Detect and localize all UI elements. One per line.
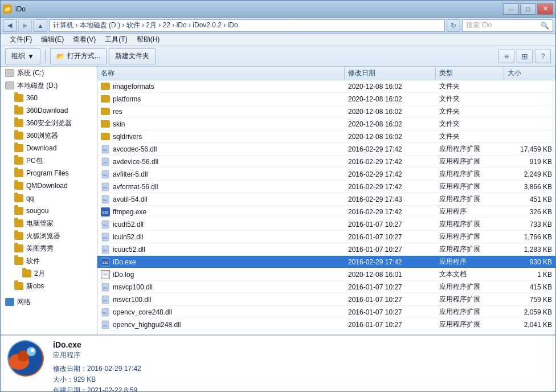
file-row[interactable]: iDo.log 2020-12-08 16:01 文本文档 1 KB [97,268,555,281]
sidebar-item-360browser2[interactable]: 360浏览器 [1,129,97,142]
search-bar[interactable]: 搜索 iDo 🔍 [462,19,553,32]
sidebar-item-computer-manager[interactable]: 电脑管家 [1,217,97,230]
close-button[interactable]: ✕ [537,3,553,15]
sidebar-item-feb[interactable]: 2月 [1,267,97,280]
status-bar: iDo.exe 应用程序 修改日期：2016-02-29 17:42 大小：92… [1,334,555,391]
file-type: 应用程序扩展 [439,194,480,204]
content-area: 系统 (C:) 本地磁盘 (D:) 360 360Download 360安全浏… [1,67,555,334]
organize-button[interactable]: 组织 ▼ [5,48,40,64]
help-button[interactable]: ? [535,50,551,63]
sidebar: 系统 (C:) 本地磁盘 (D:) 360 360Download 360安全浏… [1,67,97,334]
sidebar-item-system-c[interactable]: 系统 (C:) [1,67,97,79]
minimize-button[interactable]: — [503,3,519,15]
file-name: msvcp100.dll [113,283,153,291]
menu-edit[interactable]: 编辑(E) [36,34,68,46]
file-type-cell: 文件夹 [436,81,504,91]
file-name: icuuc52.dll [113,246,145,254]
up-button[interactable]: ▲ [34,19,47,32]
dll-icon: DLL [101,145,110,154]
file-row[interactable]: DLL opencv_highgui248.dll 2016-01-07 10:… [97,318,555,331]
sidebar-item-programfiles[interactable]: Program Files [1,167,97,179]
file-row[interactable]: DLL msvcp100.dll 2016-01-07 10:27 应用程序扩展… [97,281,555,293]
file-name-cell: DLL avdevice-56.dll [97,157,345,166]
sidebar-item-download[interactable]: Download [1,142,97,154]
maximize-button[interactable]: □ [520,3,536,15]
menu-tools[interactable]: 工具(T) [100,34,132,46]
file-row[interactable]: DLL avcodec-56.dll 2016-02-29 17:42 应用程序… [97,143,555,156]
address-bar: ◀ ▶ ▲ 计算机 › 本地磁盘 (D:) › 软件 › 2月 › 22 › i… [1,18,555,34]
breadcrumb[interactable]: 计算机 › 本地磁盘 (D:) › 软件 › 2月 › 22 › iDo › i… [49,19,445,32]
file-type: 文件夹 [439,81,460,91]
sidebar-label-pc: PC包 [26,156,43,166]
file-row[interactable]: sqldrivers 2020-12-08 16:02 文件夹 [97,130,555,143]
file-row[interactable]: EXE iDo.exe 2016-02-29 17:42 应用程序 930 KB [97,256,555,268]
status-modified-label: 修改日期： [53,365,87,373]
file-row[interactable]: DLL avfilter-5.dll 2016-02-29 17:42 应用程序… [97,168,555,181]
file-row[interactable]: DLL avutil-54.dll 2016-02-29 17:43 应用程序扩… [97,193,555,206]
open-with-icon: 📂 [56,52,65,60]
file-row[interactable]: DLL icudt52.dll 2016-01-07 10:27 应用程序扩展 … [97,218,555,231]
open-with-button[interactable]: 📂 打开方式... [50,48,107,64]
file-row[interactable]: DLL msvcr100.dll 2016-01-07 10:27 应用程序扩展… [97,293,555,306]
sidebar-item-software[interactable]: 软件 [1,255,97,267]
sidebar-item-qmdownload[interactable]: QMDownload [1,179,97,192]
header-modified[interactable]: 修改日期 [345,67,436,80]
file-row[interactable]: imageformats 2020-12-08 16:02 文件夹 [97,80,555,93]
sidebar-item-360download[interactable]: 360Download [1,104,97,117]
file-name: icuin52.dll [113,233,143,241]
file-list: 名称 修改日期 类型 大小 imageformats 2020-12-08 16… [97,67,555,334]
folder-icon [14,107,23,115]
forward-button[interactable]: ▶ [18,19,32,32]
back-button[interactable]: ◀ [3,19,17,32]
dll-icon: DLL [101,245,110,254]
file-modified: 2016-02-29 17:42 [348,258,402,266]
file-modified: 2016-01-07 10:27 [348,233,402,241]
file-modified-cell: 2016-02-29 17:43 [345,195,436,203]
sidebar-item-qq[interactable]: qq [1,192,97,205]
menu-file[interactable]: 文件(F) [5,34,36,46]
file-name: skin [113,120,125,128]
dll-icon: DLL [101,157,110,166]
file-name: avdevice-56.dll [113,158,158,166]
dll-icon: DLL [101,283,110,292]
sidebar-item-firefox[interactable]: 火狐浏览器 [1,230,97,242]
sidebar-item-360[interactable]: 360 [1,92,97,104]
file-row[interactable]: DLL icuin52.dll 2016-01-07 10:27 应用程序扩展 … [97,231,555,243]
file-row[interactable]: DLL avdevice-56.dll 2016-02-29 17:42 应用程… [97,156,555,168]
sidebar-item-pc[interactable]: PC包 [1,154,97,167]
sidebar-item-local-d[interactable]: 本地磁盘 (D:) [1,79,97,92]
file-row[interactable]: DLL avformat-56.dll 2016-02-29 17:42 应用程… [97,181,555,193]
sidebar-item-sougou[interactable]: sougou [1,205,97,217]
file-name: avcodec-56.dll [113,145,157,153]
sidebar-item-360browser[interactable]: 360安全浏览器 [1,117,97,129]
refresh-button[interactable]: ↻ [447,19,460,32]
view-icons-button[interactable]: ⊞ [517,50,533,63]
menu-view[interactable]: 查看(V) [68,34,100,46]
file-row[interactable]: DLL icuuc52.dll 2016-01-07 10:27 应用程序扩展 … [97,243,555,256]
sidebar-label-software: 软件 [26,256,40,266]
file-row[interactable]: res 2020-12-08 16:02 文件夹 [97,105,555,118]
file-row[interactable]: skin 2020-12-08 16:02 文件夹 [97,118,555,130]
file-row[interactable]: DLL opencv_core248.dll 2016-01-07 10:27 … [97,306,555,318]
file-name: res [113,108,122,116]
header-type[interactable]: 类型 [436,67,504,80]
file-type: 应用程序扩展 [439,244,480,254]
sidebar-item-network[interactable]: 网络 [1,296,97,308]
header-name[interactable]: 名称 [97,67,345,80]
view-list-button[interactable]: ≡ [498,50,514,63]
sidebar-item-meitu[interactable]: 美图秀秀 [1,242,97,255]
file-name-cell: DLL msvcr100.dll [97,295,345,304]
file-type-cell: 应用程序 [436,257,504,267]
header-size[interactable]: 大小 [504,67,555,80]
menu-help[interactable]: 帮助(H) [132,34,165,46]
file-name-cell: iDo.log [97,270,345,279]
new-folder-button[interactable]: 新建文件夹 [109,48,156,64]
file-row[interactable]: EXE ffmpeg.exe 2016-02-29 17:42 应用程序 326… [97,206,555,218]
search-icon[interactable]: 🔍 [541,22,549,30]
file-name-cell: DLL msvcp100.dll [97,283,345,292]
sidebar-item-newobs[interactable]: 新obs [1,280,97,292]
file-size: 415 KB [530,283,552,291]
file-type-cell: 应用程序扩展 [436,295,504,304]
file-row[interactable]: platforms 2020-12-08 16:02 文件夹 [97,93,555,105]
list-header: 名称 修改日期 类型 大小 [97,67,555,80]
